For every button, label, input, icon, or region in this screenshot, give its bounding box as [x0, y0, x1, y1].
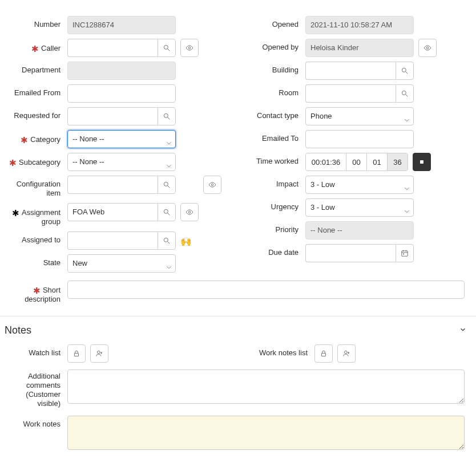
label-number: Number: [5, 16, 67, 29]
time-worked-group: 00:01:36 00 01 36: [305, 153, 408, 171]
add-user-icon: [342, 350, 350, 358]
label-impact: Impact: [243, 176, 305, 189]
search-icon: [163, 112, 171, 120]
search-icon: [163, 237, 171, 245]
search-icon: [401, 90, 409, 98]
svg-line-6: [168, 186, 170, 188]
emailed-from-input[interactable]: [67, 84, 176, 103]
additional-comments-input[interactable]: [67, 370, 465, 404]
time-worked-stop-button[interactable]: [413, 153, 431, 171]
svg-point-5: [164, 182, 168, 186]
stop-icon: [418, 158, 426, 166]
svg-point-13: [426, 47, 429, 49]
work-notes-input[interactable]: [67, 416, 465, 450]
impact-select[interactable]: 3 - Low: [305, 176, 414, 194]
assignment-group-input[interactable]: FOA Web: [67, 203, 158, 221]
svg-rect-19: [402, 251, 408, 256]
label-work-notes: Work notes: [5, 416, 67, 429]
caller-input[interactable]: [67, 39, 158, 57]
state-select[interactable]: New: [67, 254, 176, 273]
config-item-lookup-button[interactable]: [158, 176, 176, 194]
work-notes-list-lock-button[interactable]: [314, 344, 333, 363]
config-item-combo: [67, 176, 176, 194]
contact-type-select[interactable]: Phone: [305, 107, 414, 125]
eye-icon: [208, 181, 216, 189]
room-lookup-button[interactable]: [396, 84, 414, 103]
calendar-icon: [401, 249, 409, 257]
search-icon: [163, 44, 171, 52]
opened-by-preview-button[interactable]: [418, 39, 437, 57]
lock-icon: [72, 350, 80, 358]
due-date-combo: [305, 244, 414, 262]
svg-line-15: [406, 72, 408, 74]
time-worked-minutes[interactable]: 01: [366, 153, 387, 170]
label-due-date: Due date: [243, 244, 305, 257]
label-room: Room: [243, 84, 305, 98]
caller-lookup-button[interactable]: [158, 39, 176, 57]
label-department: Department: [5, 62, 67, 75]
config-item-preview-button[interactable]: [203, 176, 221, 194]
short-description-input[interactable]: [67, 281, 465, 299]
label-short-description: ✱Short description: [5, 281, 67, 304]
requested-for-lookup-button[interactable]: [158, 107, 176, 125]
subcategory-select[interactable]: -- None --: [67, 153, 176, 171]
config-item-input[interactable]: [67, 176, 158, 194]
priority-field: -- None --: [305, 221, 414, 239]
label-emailed-to: Emailed To: [243, 130, 305, 143]
assigned-to-suggest-icon[interactable]: 🙌: [180, 234, 192, 247]
svg-point-25: [98, 351, 100, 354]
label-config-item: Configuration item: [5, 176, 67, 198]
label-building: Building: [243, 62, 305, 75]
svg-rect-24: [75, 353, 79, 356]
time-worked-hours[interactable]: 00: [346, 153, 366, 170]
label-assignment-group: ✱Assignment group: [5, 203, 67, 227]
assignment-group-lookup-button[interactable]: [158, 203, 176, 221]
urgency-select[interactable]: 3 - Low: [305, 198, 414, 217]
chevron-down-icon: [165, 159, 171, 165]
svg-point-29: [345, 351, 348, 354]
search-icon: [163, 181, 171, 189]
building-input[interactable]: [305, 62, 396, 80]
svg-point-7: [211, 184, 213, 186]
requested-for-input[interactable]: [67, 107, 158, 125]
watch-list-add-me-button[interactable]: [90, 344, 108, 363]
chevron-down-icon: [459, 326, 467, 335]
notes-section-title: Notes: [5, 324, 31, 336]
label-work-notes-list: Work notes list: [243, 344, 314, 358]
lock-icon: [320, 350, 328, 358]
svg-point-2: [188, 47, 191, 49]
assignment-group-preview-button[interactable]: [180, 203, 199, 221]
building-lookup-button[interactable]: [396, 62, 414, 80]
label-assigned-to: Assigned to: [5, 232, 67, 245]
label-category: ✱Category: [5, 130, 67, 145]
label-time-worked: Time worked: [243, 153, 305, 166]
svg-point-14: [402, 68, 406, 72]
department-field: [67, 62, 176, 80]
label-additional-comments: Additional comments (Customer visible): [5, 370, 67, 409]
eye-icon: [185, 208, 193, 216]
notes-section-header[interactable]: Notes: [5, 316, 467, 344]
label-emailed-from: Emailed From: [5, 84, 67, 98]
due-date-picker-button[interactable]: [396, 244, 414, 262]
due-date-input[interactable]: [305, 244, 396, 262]
room-combo: [305, 84, 414, 103]
svg-line-9: [168, 213, 170, 215]
assigned-to-lookup-button[interactable]: [158, 232, 176, 250]
room-input[interactable]: [305, 84, 396, 103]
assigned-to-input[interactable]: [67, 232, 158, 250]
work-notes-list-add-me-button[interactable]: [337, 344, 356, 363]
eye-icon: [423, 44, 431, 52]
label-priority: Priority: [243, 221, 305, 234]
category-select[interactable]: -- None --: [67, 130, 176, 148]
caller-combo: [67, 39, 176, 57]
time-worked-total[interactable]: 00:01:36: [306, 153, 346, 170]
watch-list-lock-button[interactable]: [67, 344, 86, 363]
search-icon: [401, 67, 409, 75]
chevron-down-icon: [403, 113, 409, 119]
label-opened-by: Opened by: [243, 39, 305, 52]
search-icon: [163, 208, 171, 216]
emailed-to-input[interactable]: [305, 130, 414, 148]
label-opened: Opened: [243, 16, 305, 29]
assignment-group-combo: FOA Web: [67, 203, 176, 221]
caller-preview-button[interactable]: [180, 39, 199, 57]
